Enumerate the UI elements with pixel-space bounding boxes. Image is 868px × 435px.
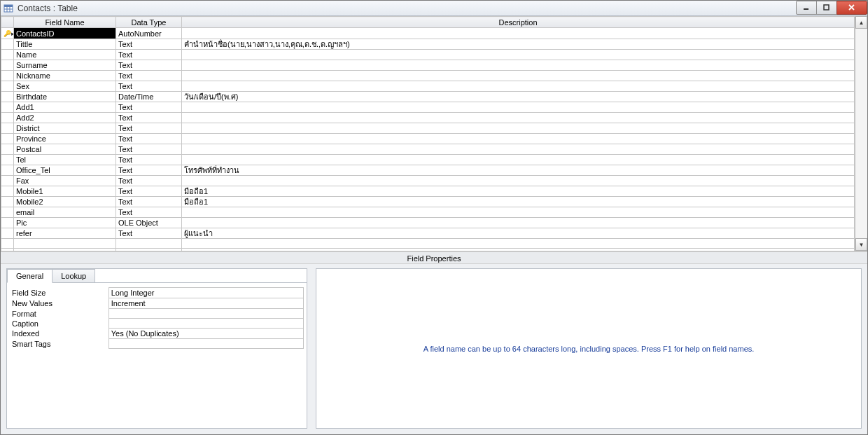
- row-selector[interactable]: [1, 60, 14, 71]
- data-type-cell[interactable]: [116, 249, 182, 251]
- data-type-cell[interactable]: OLE Object: [116, 218, 182, 228]
- field-name-header[interactable]: Field Name: [14, 17, 116, 28]
- row-selector[interactable]: [1, 134, 14, 144]
- field-name-cell[interactable]: Tel: [14, 155, 116, 165]
- data-type-cell[interactable]: Text: [116, 39, 182, 50]
- row-selector[interactable]: [1, 165, 14, 176]
- property-row[interactable]: IndexedYes (No Duplicates): [10, 329, 304, 339]
- field-name-cell[interactable]: email: [14, 207, 116, 218]
- row-selector[interactable]: 🔑▸: [1, 28, 14, 39]
- field-name-cell[interactable]: Mobile2: [14, 197, 116, 207]
- data-type-cell[interactable]: Text: [116, 186, 182, 197]
- titlebar[interactable]: Contacts : Table: [1, 1, 867, 16]
- description-cell[interactable]: [182, 218, 855, 228]
- table-row[interactable]: PostcalText: [1, 144, 855, 155]
- vertical-scrollbar[interactable]: ▲ ▼: [855, 16, 867, 251]
- table-row[interactable]: [1, 249, 855, 251]
- description-cell[interactable]: [182, 176, 855, 186]
- field-name-cell[interactable]: Add2: [14, 113, 116, 123]
- data-type-cell[interactable]: Text: [116, 102, 182, 113]
- data-type-cell[interactable]: AutoNumber: [116, 28, 182, 39]
- data-type-cell[interactable]: Text: [116, 60, 182, 71]
- description-cell[interactable]: [182, 144, 855, 155]
- field-name-cell[interactable]: Office_Tel: [14, 165, 116, 176]
- design-grid[interactable]: Field Name Data Type Description 🔑▸Conta…: [1, 16, 855, 251]
- table-row[interactable]: FaxText: [1, 176, 855, 186]
- row-selector[interactable]: [1, 218, 14, 228]
- description-cell[interactable]: [182, 81, 855, 92]
- field-name-cell[interactable]: Fax: [14, 176, 116, 186]
- data-type-cell[interactable]: Date/Time: [116, 92, 182, 102]
- row-selector-header[interactable]: [1, 17, 14, 28]
- description-cell[interactable]: [182, 134, 855, 144]
- field-name-cell[interactable]: Add1: [14, 102, 116, 113]
- description-cell[interactable]: [182, 60, 855, 71]
- table-row[interactable]: 🔑▸ContactsIDAutoNumber: [1, 28, 855, 39]
- data-type-cell[interactable]: Text: [116, 81, 182, 92]
- properties-table[interactable]: Field SizeLong IntegerNew ValuesIncremen…: [10, 287, 304, 349]
- field-name-cell[interactable]: Postcal: [14, 144, 116, 155]
- close-button[interactable]: [836, 1, 867, 15]
- property-row[interactable]: New ValuesIncrement: [10, 298, 304, 309]
- data-type-cell[interactable]: Text: [116, 165, 182, 176]
- tab-lookup[interactable]: Lookup: [52, 269, 95, 283]
- description-cell[interactable]: [182, 249, 855, 251]
- description-cell[interactable]: [182, 207, 855, 218]
- data-type-cell[interactable]: Text: [116, 134, 182, 144]
- table-row[interactable]: Add2Text: [1, 113, 855, 123]
- field-name-cell[interactable]: Tittle: [14, 39, 116, 50]
- table-row[interactable]: NicknameText: [1, 71, 855, 81]
- maximize-button[interactable]: [816, 1, 837, 15]
- description-cell[interactable]: [182, 239, 855, 249]
- description-cell[interactable]: [182, 123, 855, 134]
- description-cell[interactable]: [182, 28, 855, 39]
- scroll-track[interactable]: [855, 29, 867, 238]
- table-row[interactable]: emailText: [1, 207, 855, 218]
- row-selector[interactable]: [1, 102, 14, 113]
- field-name-cell[interactable]: refer: [14, 228, 116, 239]
- data-type-header[interactable]: Data Type: [116, 17, 182, 28]
- table-row[interactable]: referTextผู้แนะนำ: [1, 228, 855, 239]
- table-row[interactable]: TittleTextคำนำหน้าชื่อ(นาย,นางสาว,นาง,คุ…: [1, 39, 855, 50]
- property-value[interactable]: [108, 309, 303, 319]
- field-name-cell[interactable]: Sex: [14, 81, 116, 92]
- row-selector[interactable]: [1, 155, 14, 165]
- data-type-cell[interactable]: Text: [116, 50, 182, 60]
- field-name-cell[interactable]: Pic: [14, 218, 116, 228]
- row-selector[interactable]: [1, 249, 14, 251]
- property-row[interactable]: Field SizeLong Integer: [10, 288, 304, 298]
- description-cell[interactable]: มือถือ1: [182, 186, 855, 197]
- table-row[interactable]: BirthdateDate/Timeวัน/เดือน/ปี(พ.ศ): [1, 92, 855, 102]
- row-selector[interactable]: [1, 113, 14, 123]
- row-selector[interactable]: [1, 71, 14, 81]
- description-cell[interactable]: [182, 155, 855, 165]
- description-cell[interactable]: โทรศัพท์ที่ทำงาน: [182, 165, 855, 176]
- description-cell[interactable]: มือถือ1: [182, 197, 855, 207]
- description-cell[interactable]: [182, 50, 855, 60]
- row-selector[interactable]: [1, 197, 14, 207]
- table-row[interactable]: Add1Text: [1, 102, 855, 113]
- table-row[interactable]: [1, 239, 855, 249]
- field-name-cell[interactable]: Nickname: [14, 71, 116, 81]
- property-row[interactable]: Format: [10, 309, 304, 319]
- row-selector[interactable]: [1, 239, 14, 249]
- description-cell[interactable]: วัน/เดือน/ปี(พ.ศ): [182, 92, 855, 102]
- property-row[interactable]: Caption: [10, 319, 304, 329]
- table-row[interactable]: ProvinceText: [1, 134, 855, 144]
- table-row[interactable]: PicOLE Object: [1, 218, 855, 228]
- description-header[interactable]: Description: [182, 17, 855, 28]
- field-name-cell[interactable]: Name: [14, 50, 116, 60]
- row-selector[interactable]: [1, 50, 14, 60]
- table-row[interactable]: SurnameText: [1, 60, 855, 71]
- data-type-cell[interactable]: Text: [116, 113, 182, 123]
- property-value[interactable]: Yes (No Duplicates): [108, 329, 303, 339]
- row-selector[interactable]: [1, 207, 14, 218]
- table-row[interactable]: Office_TelTextโทรศัพท์ที่ทำงาน: [1, 165, 855, 176]
- minimize-button[interactable]: [796, 1, 817, 15]
- property-value[interactable]: [108, 339, 303, 349]
- data-type-cell[interactable]: Text: [116, 207, 182, 218]
- table-row[interactable]: Mobile1Textมือถือ1: [1, 186, 855, 197]
- row-selector[interactable]: [1, 186, 14, 197]
- data-type-cell[interactable]: Text: [116, 144, 182, 155]
- row-selector[interactable]: [1, 176, 14, 186]
